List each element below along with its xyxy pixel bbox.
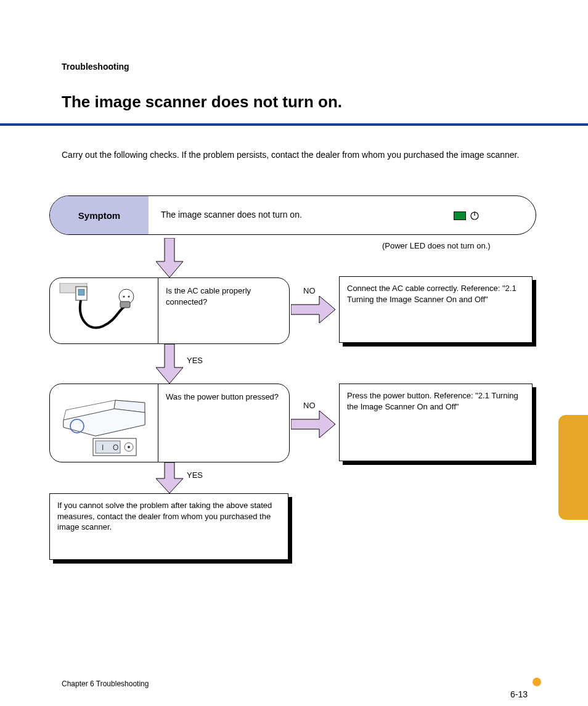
scanner-illustration: I O bbox=[59, 390, 151, 457]
arrow-down-icon bbox=[156, 344, 183, 384]
step2-yes-label: YES bbox=[187, 470, 203, 480]
svg-text:O: O bbox=[113, 443, 118, 452]
page-dot-icon bbox=[533, 678, 541, 686]
result1-box: Connect the AC cable correctly. Referenc… bbox=[339, 276, 533, 343]
svg-rect-8 bbox=[120, 302, 130, 308]
arrow-right-icon bbox=[291, 296, 335, 323]
power-icon bbox=[470, 211, 480, 221]
arrow-down-icon bbox=[156, 238, 183, 277]
final-text: If you cannot solve the problem after ta… bbox=[50, 494, 288, 539]
step1-question: Is the AC cable properly connected? bbox=[166, 285, 280, 307]
step1-yes-label: YES bbox=[187, 356, 203, 365]
step2-divider bbox=[158, 384, 158, 462]
svg-point-7 bbox=[128, 296, 130, 298]
svg-point-6 bbox=[123, 296, 125, 298]
step1-divider bbox=[158, 278, 158, 343]
svg-text:I: I bbox=[102, 443, 104, 452]
side-tab bbox=[558, 415, 588, 520]
arrow-right-icon bbox=[291, 411, 335, 438]
title-divider bbox=[0, 123, 588, 126]
category-label: Troubleshooting bbox=[62, 62, 129, 72]
symptom-label: Symptom bbox=[50, 196, 149, 234]
step2-box: I O Was the power button pressed? bbox=[49, 384, 290, 462]
svg-point-15 bbox=[128, 446, 130, 448]
step1-no-label: NO bbox=[303, 286, 316, 295]
step2-question: Was the power button pressed? bbox=[166, 392, 280, 403]
step2-no-label: NO bbox=[303, 401, 316, 410]
svg-rect-4 bbox=[78, 289, 84, 295]
symptom-box: Symptom The image scanner does not turn … bbox=[49, 195, 536, 235]
result2-text: Press the power button. Reference: "2.1 … bbox=[340, 384, 532, 418]
page-number: 6-13 bbox=[510, 689, 528, 699]
step1-box: Is the AC cable properly connected? bbox=[49, 277, 290, 344]
final-box: If you cannot solve the problem after ta… bbox=[49, 493, 288, 560]
symptom-text: The image scanner does not turn on. bbox=[161, 210, 302, 220]
result1-text: Connect the AC cable correctly. Referenc… bbox=[340, 277, 532, 311]
arrow-down-icon bbox=[156, 462, 183, 493]
symptom-led-label: (Power LED does not turn on.) bbox=[382, 241, 491, 250]
footer-chapter: Chapter 6 Troubleshooting bbox=[62, 679, 149, 688]
page-title: The image scanner does not turn on. bbox=[62, 92, 342, 112]
symptom-led-note bbox=[454, 211, 480, 221]
power-led-icon bbox=[454, 211, 466, 220]
intro-text: Carry out the following checks. If the p… bbox=[62, 148, 530, 162]
result2-box: Press the power button. Reference: "2.1 … bbox=[339, 384, 533, 461]
ac-cable-illustration bbox=[59, 283, 151, 340]
